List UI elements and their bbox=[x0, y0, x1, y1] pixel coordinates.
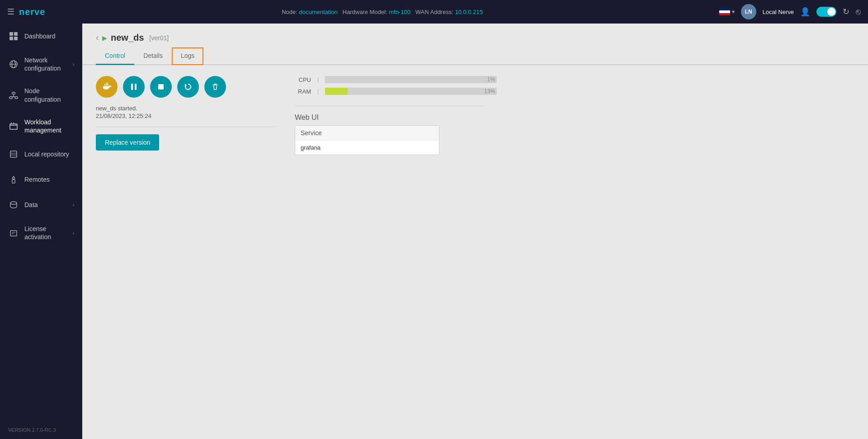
cpu-label: CPU bbox=[295, 76, 311, 83]
svg-rect-3 bbox=[14, 37, 18, 40]
language-selector[interactable]: ▾ bbox=[719, 8, 735, 15]
workload-icon bbox=[8, 121, 19, 132]
sidebar-node-label: Node configuration bbox=[24, 87, 74, 103]
tab-control[interactable]: Control bbox=[96, 47, 134, 65]
svg-rect-28 bbox=[158, 84, 164, 90]
nerve-logo: nerve bbox=[19, 7, 45, 17]
pause-button[interactable] bbox=[123, 76, 145, 98]
license-icon bbox=[8, 227, 19, 238]
svg-rect-27 bbox=[135, 84, 137, 90]
cpu-metric-row: CPU | 1% bbox=[295, 76, 854, 83]
tabs-container: Control Details Logs bbox=[82, 47, 868, 65]
dashboard-icon bbox=[8, 31, 19, 42]
node-label: Node: bbox=[282, 9, 297, 15]
sidebar-item-workload[interactable]: Workload management bbox=[0, 111, 82, 142]
svg-rect-12 bbox=[10, 124, 17, 129]
cpu-separator: | bbox=[317, 76, 319, 83]
back-arrow-icon[interactable]: ‹ bbox=[96, 33, 99, 42]
metrics-divider bbox=[295, 106, 485, 106]
svg-rect-2 bbox=[9, 37, 13, 40]
sidebar-item-license[interactable]: License activation › bbox=[0, 217, 82, 248]
stop-button[interactable] bbox=[150, 76, 172, 98]
svg-rect-16 bbox=[10, 151, 17, 157]
hamburger-icon[interactable]: ☰ bbox=[7, 7, 14, 17]
network-icon bbox=[8, 59, 19, 70]
hardware-label: Hardware Model: bbox=[343, 9, 387, 15]
tab-logs[interactable]: Logs bbox=[172, 47, 203, 65]
ram-label: RAM bbox=[295, 88, 311, 95]
delete-button[interactable] bbox=[204, 76, 226, 98]
logout-icon[interactable]: ⎋ bbox=[856, 7, 861, 17]
refresh-icon[interactable]: ↻ bbox=[843, 7, 849, 17]
content-area: ‹ ▶ new_ds [ver01] Control Details Logs bbox=[82, 24, 868, 439]
chevron-right-icon3: › bbox=[73, 230, 74, 236]
flag-icon bbox=[719, 8, 730, 15]
svg-rect-19 bbox=[12, 179, 15, 183]
sidebar-item-dashboard[interactable]: Dashboard bbox=[0, 24, 82, 49]
docker-icon-button[interactable] bbox=[96, 76, 118, 98]
sidebar-item-repo[interactable]: Local repository bbox=[0, 142, 82, 167]
user-icon[interactable]: 👤 bbox=[800, 7, 810, 17]
panel-right: CPU | 1% RAM | 13% bbox=[295, 76, 854, 155]
main-layout: Dashboard Network configuration › bbox=[0, 24, 868, 439]
sidebar-repo-label: Local repository bbox=[24, 150, 74, 158]
svg-rect-23 bbox=[10, 231, 17, 236]
node-value[interactable]: documentation bbox=[299, 9, 337, 15]
ram-bar-container: 13% bbox=[325, 88, 497, 95]
chevron-right-icon2: › bbox=[73, 202, 74, 208]
metrics-section: CPU | 1% RAM | 13% bbox=[295, 76, 854, 95]
wan-label: WAN Address: bbox=[415, 9, 453, 15]
sidebar-item-remotes[interactable]: Remotes bbox=[0, 167, 82, 192]
hardware-value[interactable]: mfn-100 bbox=[389, 9, 410, 15]
local-nerve-label: Local Nerve bbox=[763, 9, 794, 15]
panel: new_ds started. 21/08/2023, 12:25:24 Rep… bbox=[82, 65, 868, 166]
topbar-center: Node: documentation Hardware Model: mfn-… bbox=[51, 9, 713, 15]
sidebar-license-label: License activation bbox=[24, 225, 67, 241]
controls-row bbox=[96, 76, 277, 98]
service-row[interactable]: grafana bbox=[295, 141, 439, 155]
data-icon bbox=[8, 199, 19, 210]
sidebar: Dashboard Network configuration › bbox=[0, 24, 82, 439]
panel-left: new_ds started. 21/08/2023, 12:25:24 Rep… bbox=[96, 76, 277, 155]
topbar-right: ▾ LN Local Nerve 👤 ↻ ⎋ bbox=[719, 4, 861, 19]
topbar: ☰ nerve Node: documentation Hardware Mod… bbox=[0, 0, 868, 24]
sidebar-network-label: Network configuration bbox=[24, 56, 67, 72]
cpu-value: 1% bbox=[487, 76, 495, 83]
divider bbox=[96, 127, 277, 127]
cpu-bar-container: 1% bbox=[325, 76, 497, 83]
svg-rect-0 bbox=[9, 32, 13, 36]
svg-point-15 bbox=[13, 123, 14, 123]
version-tag-label: [ver01] bbox=[149, 34, 169, 42]
cpu-bar bbox=[325, 76, 327, 83]
status-date: 21/08/2023, 12:25:24 bbox=[96, 113, 277, 119]
sidebar-data-label: Data bbox=[24, 201, 67, 209]
ram-metric-row: RAM | 13% bbox=[295, 88, 854, 95]
sidebar-workload-label: Workload management bbox=[24, 118, 74, 134]
status-text: new_ds started. bbox=[96, 105, 277, 112]
sidebar-remotes-label: Remotes bbox=[24, 175, 74, 184]
wan-value[interactable]: 10.0.0.215 bbox=[455, 9, 482, 15]
remotes-icon bbox=[8, 174, 19, 185]
breadcrumb: ‹ ▶ new_ds [ver01] bbox=[82, 24, 868, 47]
sidebar-item-data[interactable]: Data › bbox=[0, 192, 82, 217]
svg-rect-26 bbox=[131, 84, 133, 90]
sidebar-item-network[interactable]: Network configuration › bbox=[0, 49, 82, 80]
restart-button[interactable] bbox=[177, 76, 199, 98]
service-header: Service bbox=[295, 126, 439, 141]
replace-version-button[interactable]: Replace version bbox=[96, 134, 159, 151]
sidebar-dashboard-label: Dashboard bbox=[24, 32, 74, 40]
ram-separator: | bbox=[317, 88, 319, 94]
theme-toggle[interactable] bbox=[816, 7, 836, 17]
sidebar-item-node[interactable]: Node configuration bbox=[0, 80, 82, 110]
node-icon bbox=[8, 90, 19, 101]
svg-point-14 bbox=[11, 123, 12, 123]
topbar-left: ☰ nerve bbox=[7, 7, 45, 17]
svg-marker-29 bbox=[185, 84, 187, 87]
ram-value: 13% bbox=[484, 88, 495, 94]
svg-rect-1 bbox=[14, 32, 18, 36]
webui-title: Web UI bbox=[295, 113, 854, 122]
chevron-down-icon: ▾ bbox=[732, 9, 735, 15]
service-table: Service grafana bbox=[295, 125, 439, 155]
user-avatar: LN bbox=[741, 4, 756, 19]
tab-details[interactable]: Details bbox=[134, 47, 172, 65]
